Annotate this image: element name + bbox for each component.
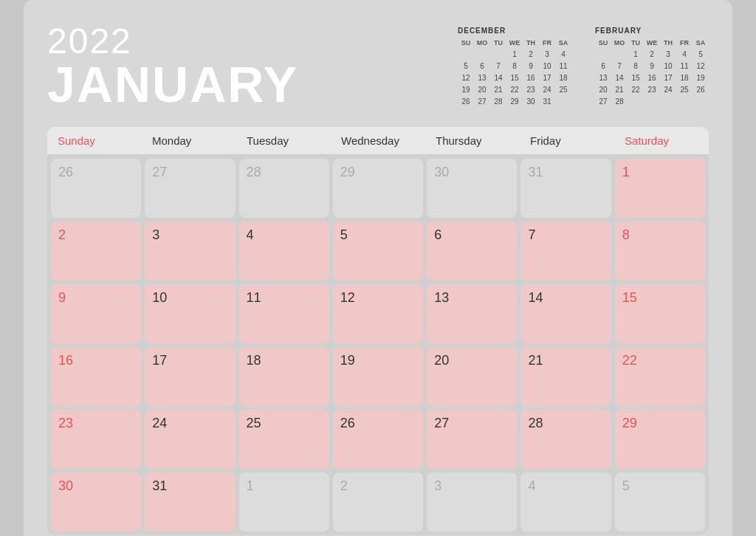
calendar-cell[interactable]: 2	[333, 473, 423, 532]
calendar-cell[interactable]: 4	[520, 473, 611, 532]
calendar-cell[interactable]: 16	[51, 347, 141, 406]
calendar-cell[interactable]: 12	[333, 284, 423, 343]
calendar-cell[interactable]: 11	[239, 284, 329, 343]
mini-day-cell	[644, 96, 660, 107]
day-header-friday: Friday	[520, 127, 614, 154]
mini-day-cell: 3	[660, 49, 676, 60]
mini-day-cell: 6	[595, 61, 611, 72]
day-header-sunday: Sunday	[47, 127, 142, 154]
mini-day-cell: 27	[474, 96, 490, 107]
cell-date-number: 14	[528, 290, 543, 305]
cell-date-number: 28	[247, 165, 261, 179]
cell-date-number: 8	[622, 227, 630, 242]
mini-day-cell: 12	[693, 61, 709, 72]
cell-date-number: 3	[152, 227, 159, 242]
mini-cal-february: FEBRUARYSUMOTUWETHFRSA123456789101112131…	[595, 27, 709, 107]
calendar-cell[interactable]: 30	[51, 473, 141, 532]
cell-date-number: 6	[434, 227, 441, 242]
cell-date-number: 18	[247, 353, 261, 368]
calendar-cell[interactable]: 28	[520, 410, 611, 469]
mini-day-cell: 2	[523, 49, 539, 60]
calendar-cell[interactable]: 29	[333, 159, 423, 218]
mini-cal-title-0: DECEMBER	[458, 27, 571, 35]
mini-day-cell: 18	[555, 72, 571, 83]
calendar-cell[interactable]: 25	[239, 410, 329, 469]
calendar-cell[interactable]: 10	[145, 284, 235, 343]
calendar-cell[interactable]: 22	[615, 347, 705, 406]
cell-date-number: 3	[434, 478, 441, 493]
calendar-cell[interactable]: 1	[615, 159, 705, 218]
calendar-cell[interactable]: 28	[239, 159, 329, 218]
calendar-cell[interactable]: 31	[145, 473, 235, 532]
calendar-cell[interactable]: 14	[520, 284, 611, 343]
calendar-cell[interactable]: 19	[333, 347, 423, 406]
calendar-cell[interactable]: 15	[615, 284, 705, 343]
calendar-cell[interactable]: 2	[51, 221, 141, 281]
month-label: JANUARY	[47, 59, 298, 109]
calendar-cell[interactable]: 5	[333, 221, 423, 281]
calendar-cell[interactable]: 13	[427, 284, 517, 343]
mini-day-header: FR	[676, 38, 693, 48]
calendar-cell[interactable]: 27	[427, 410, 517, 469]
cell-date-number: 1	[622, 165, 630, 179]
mini-day-cell: 12	[458, 72, 474, 83]
mini-day-cell: 5	[458, 61, 474, 72]
mini-day-cell: 17	[660, 72, 676, 83]
cell-date-number: 15	[622, 290, 637, 305]
calendar-cell[interactable]: 30	[427, 159, 517, 218]
calendar-grid: 2627282930311234567891011121314151617181…	[47, 155, 709, 535]
calendar-cell[interactable]: 26	[333, 410, 423, 469]
mini-day-cell: 17	[539, 72, 555, 83]
mini-day-cell: 25	[676, 84, 693, 95]
cell-date-number: 27	[434, 416, 449, 430]
calendar-cell[interactable]: 8	[615, 221, 705, 281]
mini-day-header: TH	[523, 38, 539, 48]
mini-day-cell: 4	[676, 49, 693, 60]
mini-day-cell: 13	[595, 72, 611, 83]
mini-day-cell: 3	[539, 49, 555, 60]
calendar-cell[interactable]: 17	[145, 347, 235, 406]
mini-day-cell: 22	[506, 84, 523, 95]
cell-date-number: 7	[528, 227, 535, 242]
cell-date-number: 4	[247, 227, 254, 242]
calendar-cell[interactable]: 21	[520, 347, 611, 406]
mini-day-header: MO	[474, 38, 490, 48]
mini-day-cell: 15	[506, 72, 523, 83]
cell-date-number: 2	[340, 478, 348, 493]
cell-date-number: 28	[528, 416, 543, 430]
calendar-cell[interactable]: 29	[615, 410, 705, 469]
calendar-cell[interactable]: 20	[427, 347, 517, 406]
mini-day-header: SA	[693, 38, 709, 48]
mini-day-header: TU	[628, 38, 644, 48]
calendar-cell[interactable]: 3	[145, 221, 235, 281]
mini-day-cell: 23	[523, 84, 539, 95]
cell-date-number: 25	[247, 416, 261, 430]
mini-day-header: SU	[595, 38, 611, 48]
calendar-cell[interactable]: 26	[51, 159, 141, 218]
mini-day-cell: 20	[595, 84, 611, 95]
calendar-cell[interactable]: 4	[239, 221, 329, 281]
calendar-cell[interactable]: 5	[615, 473, 705, 532]
mini-day-cell: 4	[555, 49, 571, 60]
calendar-cell[interactable]: 3	[427, 473, 517, 532]
cell-date-number: 16	[58, 353, 73, 368]
calendar-cell[interactable]: 24	[145, 410, 235, 469]
mini-day-cell: 27	[595, 96, 611, 107]
mini-day-cell	[474, 49, 490, 60]
calendar-cell[interactable]: 23	[51, 410, 141, 469]
mini-calendars: DECEMBERSUMOTUWETHFRSA123456789101112131…	[458, 27, 709, 107]
calendar-cell[interactable]: 9	[51, 284, 141, 343]
mini-day-header: TH	[660, 38, 676, 48]
calendar-cell[interactable]: 1	[239, 473, 329, 532]
calendar-cell[interactable]: 27	[145, 159, 235, 218]
mini-day-cell: 28	[490, 96, 506, 107]
mini-day-cell: 9	[523, 61, 539, 72]
mini-day-cell	[595, 49, 611, 60]
calendar-cell[interactable]: 7	[520, 221, 611, 281]
calendar-cell[interactable]: 18	[239, 347, 329, 406]
calendar-cell[interactable]: 31	[520, 159, 611, 218]
cell-date-number: 30	[434, 165, 449, 179]
day-header-saturday: Saturday	[614, 127, 709, 154]
day-header-monday: Monday	[142, 127, 236, 154]
calendar-cell[interactable]: 6	[427, 221, 517, 281]
